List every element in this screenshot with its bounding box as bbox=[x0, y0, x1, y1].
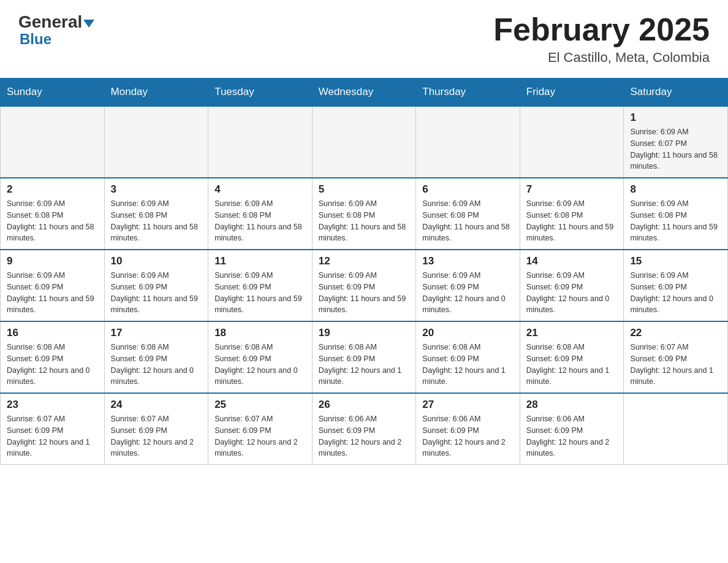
header-thursday: Thursday bbox=[416, 79, 520, 107]
day-number: 9 bbox=[7, 255, 98, 267]
day-info: Sunrise: 6:08 AMSunset: 6:09 PMDaylight:… bbox=[111, 342, 202, 388]
day-cell-1-5: 7Sunrise: 6:09 AMSunset: 6:08 PMDaylight… bbox=[520, 178, 624, 250]
day-cell-1-2: 4Sunrise: 6:09 AMSunset: 6:08 PMDaylight… bbox=[208, 178, 313, 250]
day-cell-4-1: 24Sunrise: 6:07 AMSunset: 6:09 PMDayligh… bbox=[104, 393, 208, 465]
day-cell-0-3 bbox=[312, 106, 416, 178]
week-row-4: 16Sunrise: 6:08 AMSunset: 6:09 PMDayligh… bbox=[1, 321, 728, 393]
header-sunday: Sunday bbox=[1, 79, 105, 107]
day-cell-2-0: 9Sunrise: 6:09 AMSunset: 6:09 PMDaylight… bbox=[1, 250, 105, 321]
day-number: 27 bbox=[422, 399, 514, 411]
location: El Castillo, Meta, Colombia bbox=[493, 50, 710, 66]
header-tuesday: Tuesday bbox=[208, 79, 313, 107]
day-number: 11 bbox=[214, 255, 306, 267]
day-cell-4-3: 26Sunrise: 6:06 AMSunset: 6:09 PMDayligh… bbox=[312, 393, 416, 465]
day-cell-1-6: 8Sunrise: 6:09 AMSunset: 6:08 PMDaylight… bbox=[624, 178, 728, 250]
day-info: Sunrise: 6:09 AMSunset: 6:08 PMDaylight:… bbox=[7, 198, 98, 244]
logo-blue-text: Blue bbox=[20, 31, 51, 48]
day-info: Sunrise: 6:09 AMSunset: 6:09 PMDaylight:… bbox=[422, 270, 514, 316]
week-row-1: 1Sunrise: 6:09 AMSunset: 6:07 PMDaylight… bbox=[1, 106, 728, 178]
day-number: 2 bbox=[7, 183, 98, 196]
day-number: 28 bbox=[526, 399, 618, 411]
day-info: Sunrise: 6:09 AMSunset: 6:08 PMDaylight:… bbox=[319, 198, 410, 244]
day-cell-2-1: 10Sunrise: 6:09 AMSunset: 6:09 PMDayligh… bbox=[104, 250, 208, 321]
day-cell-2-5: 14Sunrise: 6:09 AMSunset: 6:09 PMDayligh… bbox=[520, 250, 624, 321]
day-cell-0-2 bbox=[208, 106, 313, 178]
day-info: Sunrise: 6:09 AMSunset: 6:08 PMDaylight:… bbox=[630, 198, 721, 244]
day-cell-1-3: 5Sunrise: 6:09 AMSunset: 6:08 PMDaylight… bbox=[312, 178, 416, 250]
day-cell-1-4: 6Sunrise: 6:09 AMSunset: 6:08 PMDaylight… bbox=[416, 178, 520, 250]
day-number: 26 bbox=[319, 399, 410, 411]
day-number: 20 bbox=[422, 327, 514, 339]
day-info: Sunrise: 6:09 AMSunset: 6:08 PMDaylight:… bbox=[422, 198, 514, 244]
day-cell-3-0: 16Sunrise: 6:08 AMSunset: 6:09 PMDayligh… bbox=[1, 321, 105, 393]
day-info: Sunrise: 6:09 AMSunset: 6:07 PMDaylight:… bbox=[630, 126, 721, 172]
logo: General Blue bbox=[18, 12, 94, 48]
day-cell-3-3: 19Sunrise: 6:08 AMSunset: 6:09 PMDayligh… bbox=[312, 321, 416, 393]
day-number: 10 bbox=[111, 255, 202, 267]
day-info: Sunrise: 6:09 AMSunset: 6:08 PMDaylight:… bbox=[214, 198, 306, 244]
day-number: 14 bbox=[526, 255, 618, 267]
day-number: 17 bbox=[111, 327, 202, 339]
day-info: Sunrise: 6:07 AMSunset: 6:09 PMDaylight:… bbox=[7, 413, 98, 459]
day-info: Sunrise: 6:07 AMSunset: 6:09 PMDaylight:… bbox=[111, 413, 202, 459]
header-saturday: Saturday bbox=[624, 79, 728, 107]
logo-general-text: General bbox=[18, 12, 94, 32]
day-number: 15 bbox=[630, 255, 721, 267]
day-cell-0-5 bbox=[520, 106, 624, 178]
day-cell-3-2: 18Sunrise: 6:08 AMSunset: 6:09 PMDayligh… bbox=[208, 321, 313, 393]
weekday-header-row: Sunday Monday Tuesday Wednesday Thursday… bbox=[1, 79, 728, 107]
week-row-2: 2Sunrise: 6:09 AMSunset: 6:08 PMDaylight… bbox=[1, 178, 728, 250]
title-block: February 2025 El Castillo, Meta, Colombi… bbox=[493, 12, 710, 66]
day-info: Sunrise: 6:08 AMSunset: 6:09 PMDaylight:… bbox=[526, 342, 618, 388]
day-info: Sunrise: 6:08 AMSunset: 6:09 PMDaylight:… bbox=[422, 342, 514, 388]
day-info: Sunrise: 6:09 AMSunset: 6:09 PMDaylight:… bbox=[526, 270, 618, 316]
day-number: 1 bbox=[630, 112, 721, 124]
day-info: Sunrise: 6:07 AMSunset: 6:09 PMDaylight:… bbox=[630, 342, 721, 388]
day-cell-3-4: 20Sunrise: 6:08 AMSunset: 6:09 PMDayligh… bbox=[416, 321, 520, 393]
day-info: Sunrise: 6:09 AMSunset: 6:08 PMDaylight:… bbox=[111, 198, 202, 244]
header-wednesday: Wednesday bbox=[312, 79, 416, 107]
day-cell-4-0: 23Sunrise: 6:07 AMSunset: 6:09 PMDayligh… bbox=[1, 393, 105, 465]
day-cell-4-5: 28Sunrise: 6:06 AMSunset: 6:09 PMDayligh… bbox=[520, 393, 624, 465]
day-info: Sunrise: 6:09 AMSunset: 6:09 PMDaylight:… bbox=[7, 270, 98, 316]
day-info: Sunrise: 6:09 AMSunset: 6:09 PMDaylight:… bbox=[319, 270, 410, 316]
day-number: 6 bbox=[422, 183, 514, 196]
day-cell-2-2: 11Sunrise: 6:09 AMSunset: 6:09 PMDayligh… bbox=[208, 250, 313, 321]
day-cell-3-1: 17Sunrise: 6:08 AMSunset: 6:09 PMDayligh… bbox=[104, 321, 208, 393]
day-number: 5 bbox=[319, 183, 410, 196]
day-info: Sunrise: 6:07 AMSunset: 6:09 PMDaylight:… bbox=[214, 413, 306, 459]
calendar-table: Sunday Monday Tuesday Wednesday Thursday… bbox=[0, 78, 728, 465]
day-number: 4 bbox=[214, 183, 306, 196]
day-cell-0-1 bbox=[104, 106, 208, 178]
day-number: 23 bbox=[7, 399, 98, 411]
day-number: 24 bbox=[111, 399, 202, 411]
day-number: 19 bbox=[319, 327, 410, 339]
day-number: 25 bbox=[214, 399, 306, 411]
day-cell-4-6 bbox=[624, 393, 728, 465]
day-info: Sunrise: 6:06 AMSunset: 6:09 PMDaylight:… bbox=[526, 413, 618, 459]
day-info: Sunrise: 6:06 AMSunset: 6:09 PMDaylight:… bbox=[319, 413, 410, 459]
week-row-3: 9Sunrise: 6:09 AMSunset: 6:09 PMDaylight… bbox=[1, 250, 728, 321]
day-number: 3 bbox=[111, 183, 202, 196]
day-cell-1-0: 2Sunrise: 6:09 AMSunset: 6:08 PMDaylight… bbox=[1, 178, 105, 250]
day-number: 18 bbox=[214, 327, 306, 339]
day-cell-0-0 bbox=[1, 106, 105, 178]
day-cell-4-2: 25Sunrise: 6:07 AMSunset: 6:09 PMDayligh… bbox=[208, 393, 313, 465]
day-number: 16 bbox=[7, 327, 98, 339]
day-number: 13 bbox=[422, 255, 514, 267]
week-row-5: 23Sunrise: 6:07 AMSunset: 6:09 PMDayligh… bbox=[1, 393, 728, 465]
day-info: Sunrise: 6:06 AMSunset: 6:09 PMDaylight:… bbox=[422, 413, 514, 459]
month-title: February 2025 bbox=[493, 12, 710, 47]
day-number: 7 bbox=[526, 183, 618, 196]
day-info: Sunrise: 6:08 AMSunset: 6:09 PMDaylight:… bbox=[7, 342, 98, 388]
day-cell-3-6: 22Sunrise: 6:07 AMSunset: 6:09 PMDayligh… bbox=[624, 321, 728, 393]
day-cell-1-1: 3Sunrise: 6:09 AMSunset: 6:08 PMDaylight… bbox=[104, 178, 208, 250]
day-info: Sunrise: 6:09 AMSunset: 6:09 PMDaylight:… bbox=[214, 270, 306, 316]
day-info: Sunrise: 6:09 AMSunset: 6:08 PMDaylight:… bbox=[526, 198, 618, 244]
day-info: Sunrise: 6:09 AMSunset: 6:09 PMDaylight:… bbox=[630, 270, 721, 316]
day-info: Sunrise: 6:09 AMSunset: 6:09 PMDaylight:… bbox=[111, 270, 202, 316]
header-friday: Friday bbox=[520, 79, 624, 107]
day-cell-2-4: 13Sunrise: 6:09 AMSunset: 6:09 PMDayligh… bbox=[416, 250, 520, 321]
day-info: Sunrise: 6:08 AMSunset: 6:09 PMDaylight:… bbox=[214, 342, 306, 388]
day-cell-0-6: 1Sunrise: 6:09 AMSunset: 6:07 PMDaylight… bbox=[624, 106, 728, 178]
